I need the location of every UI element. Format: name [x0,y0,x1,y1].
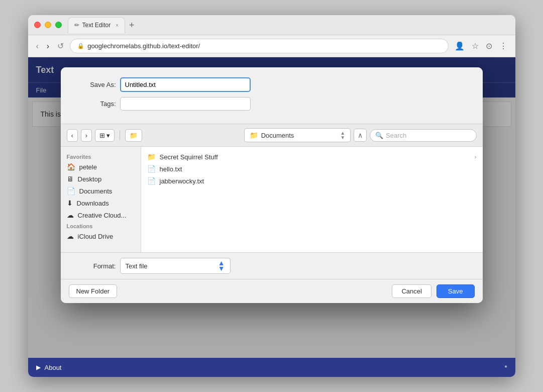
sidebar-item-desktop[interactable]: 🖥 Desktop [61,173,141,185]
search-box[interactable]: 🔍 Search [370,129,476,142]
documents-icon: 📄 [67,187,75,195]
app-content: Text File This is a n Save As: Tags: [28,57,515,358]
back-nav-button[interactable]: ‹ [67,129,78,142]
locations-section-label: Locations [61,221,141,230]
home-icon: 🏠 [67,163,75,171]
icloud-icon: ☁ [67,232,74,240]
forward-arrow-icon: › [85,132,87,139]
folder-arrow-icon: › [475,154,477,160]
forward-button[interactable]: › [45,40,51,53]
tab-close-button[interactable]: × [116,23,119,28]
file-label-secret-squirrel: Secret Squirrel Stuff [160,153,218,161]
expand-button[interactable]: ∧ [354,129,367,142]
tags-label: Tags: [76,100,116,108]
file-item-hello[interactable]: 📄 hello.txt [141,163,483,175]
sidebar-item-icloud[interactable]: ☁ iCloud Drive [61,230,141,242]
sidebar-item-downloads[interactable]: ⬇ Downloads [61,197,141,209]
location-arrows-icon: ▲▼ [340,131,345,140]
lock-icon: 🔒 [77,43,84,49]
file-label-hello: hello.txt [160,165,182,173]
address-bar[interactable]: 🔒 googlechromelabs.github.io/text-editor… [70,39,448,53]
filename-input[interactable] [120,77,251,92]
about-arrow-icon: ▶ [36,364,41,371]
tab-bar: ✏ Text Editor × + [68,17,509,33]
sidebar-label-desktop: Desktop [78,175,102,183]
sidebar-label-downloads: Downloads [77,200,109,207]
doc-icon-hello: 📄 [147,165,156,173]
address-text: googlechromelabs.github.io/text-editor/ [87,42,441,50]
view-dropdown-arrow: ▾ [106,132,110,139]
file-item-secret-squirrel[interactable]: 📁 Secret Squirrel Stuff › [141,151,483,163]
tab-title: Text Editor [82,22,111,29]
expand-icon: ∧ [358,131,363,139]
browser-window: ✏ Text Editor × + ‹ › ↺ 🔒 googlechromela… [28,15,515,377]
about-label: About [45,364,62,371]
toolbar-separator [120,130,120,140]
folder-blue-icon: 📁 [250,131,258,139]
tags-field: Tags: [76,97,468,111]
file-label-jabberwocky: jabberwocky.txt [160,177,204,185]
format-select[interactable]: Text file ▲▼ [120,258,231,274]
save-as-label: Save As: [76,81,116,88]
minimize-button[interactable] [45,22,51,28]
tab-pen-icon: ✏ [74,22,79,29]
dialog-sidebar: Favorites 🏠 petele 🖥 Desktop 📄 Documents [61,147,141,252]
tags-input[interactable] [120,97,251,111]
forward-nav-button[interactable]: › [81,129,92,142]
nav-bar: ‹ › ↺ 🔒 googlechromelabs.github.io/text-… [28,35,515,57]
sidebar-label-icloud: iCloud Drive [78,233,114,240]
traffic-lights [34,22,62,28]
reload-button[interactable]: ↺ [55,39,66,53]
sidebar-label-creative-cloud: Creative Cloud... [78,212,127,219]
maximize-button[interactable] [55,22,62,28]
desktop-icon: 🖥 [67,175,74,183]
new-tab-button[interactable]: + [125,21,139,30]
doc-icon-jabberwocky: 📄 [147,177,156,185]
sidebar-item-petele[interactable]: 🏠 petele [61,161,141,173]
nav-actions: 👤 ☆ ⊙ ⋮ [453,39,509,53]
account-circle-icon[interactable]: ⊙ [484,39,494,53]
dialog-files: 📁 Secret Squirrel Stuff › 📄 hello.txt 📄 … [141,147,483,252]
back-button[interactable]: ‹ [34,40,41,53]
close-button[interactable] [34,22,41,28]
more-menu-button[interactable]: ⋮ [497,39,509,53]
sidebar-item-creative-cloud[interactable]: ☁ Creative Cloud... [61,209,141,221]
active-tab[interactable]: ✏ Text Editor × [68,17,126,33]
account-icon[interactable]: 👤 [453,39,467,53]
location-label: Documents [261,132,338,139]
format-label: Format: [76,262,116,270]
favorites-section-label: Favorites [61,152,141,161]
sidebar-label-petele: petele [79,163,97,171]
search-icon: 🔍 [375,132,383,139]
dialog-body: Favorites 🏠 petele 🖥 Desktop 📄 Documents [61,147,483,252]
save-dialog: Save As: Tags: ‹ › [61,67,483,303]
dialog-top: Save As: Tags: [61,67,483,124]
file-item-jabberwocky[interactable]: 📄 jabberwocky.txt [141,175,483,187]
new-folder-icon-button[interactable]: 📁 [125,129,142,142]
location-dropdown[interactable]: 📁 Documents ▲▼ [244,128,351,142]
footer-actions: Cancel Save [392,284,474,298]
sidebar-label-documents: Documents [79,187,113,195]
format-select-arrows-icon: ▲▼ [218,260,225,271]
folder-icon: 📁 [147,153,156,161]
bottom-bar: ▶ About * [28,358,515,377]
star-icon[interactable]: ☆ [470,39,481,53]
grid-icon: ⊞ [99,132,105,139]
back-arrow-icon: ‹ [71,132,73,139]
title-bar: ✏ Text Editor × + [28,15,515,35]
search-placeholder: Search [386,132,406,139]
sidebar-item-documents[interactable]: 📄 Documents [61,185,141,197]
folder-create-icon: 📁 [130,132,138,139]
save-button[interactable]: Save [437,284,475,298]
downloads-icon: ⬇ [67,199,73,207]
dialog-overlay: Save As: Tags: ‹ › [28,57,515,358]
cancel-button[interactable]: Cancel [392,284,431,298]
bottom-star-icon: * [504,364,507,371]
dialog-format: Format: Text file ▲▼ [61,252,483,279]
cloud-icon: ☁ [67,211,74,219]
format-select-value: Text file [126,262,218,270]
new-folder-button[interactable]: New Folder [69,284,117,298]
dialog-toolbar: ‹ › ⊞ ▾ 📁 📁 Docu [61,124,483,147]
view-toggle-button[interactable]: ⊞ ▾ [95,129,115,142]
dialog-footer: New Folder Cancel Save [61,279,483,303]
